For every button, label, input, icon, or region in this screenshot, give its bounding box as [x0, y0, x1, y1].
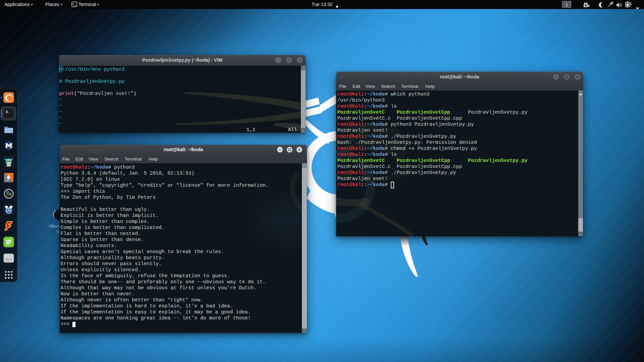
svg-text:$_: $_ — [6, 110, 10, 114]
